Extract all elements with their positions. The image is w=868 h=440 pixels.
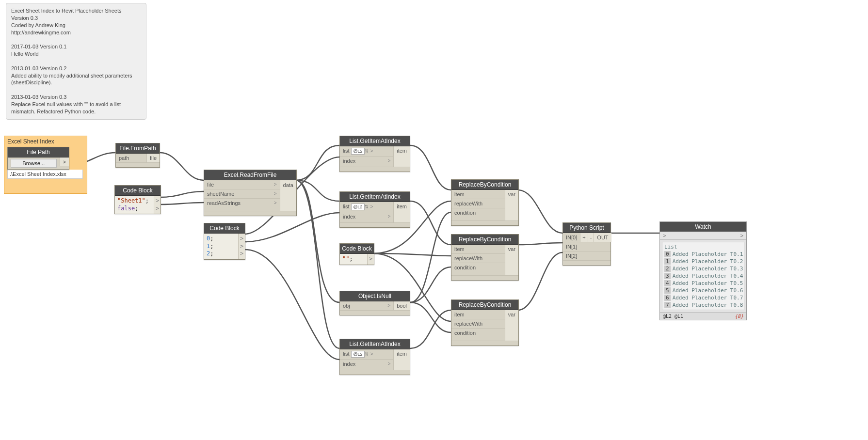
port-var[interactable]: var	[505, 190, 518, 220]
port-item[interactable]: item	[393, 202, 410, 222]
port-replacewith[interactable]: replaceWith	[451, 254, 505, 263]
watch-body: List 0Added Placeholder T0.11Added Place…	[662, 242, 744, 310]
node-isnull[interactable]: Object.IsNull obj> bool	[339, 291, 410, 315]
watch-item: 5Added Placeholder T0.6	[663, 287, 743, 294]
port-out[interactable]: OUT	[594, 233, 611, 242]
node-getitem-3[interactable]: List.GetItemAtIndex list@L2⇅> index> ite…	[339, 339, 410, 375]
watch-item: 2Added Placeholder T0.3	[663, 265, 743, 272]
port-replacewith[interactable]: replaceWith	[451, 319, 505, 329]
node-code-block-sheet[interactable]: Code Block "Sheet1";> false;>	[114, 185, 161, 214]
chevron-right-icon[interactable]: >	[238, 249, 245, 259]
note-line: Excel Sheet Index to Revit Placeholder S…	[11, 7, 141, 15]
port-condition[interactable]: condition	[451, 329, 505, 337]
port-in1[interactable]: IN[1]	[563, 242, 580, 251]
port-data[interactable]: data	[280, 180, 296, 211]
note-line: Version 0.3	[11, 15, 141, 22]
node-python-script[interactable]: Python Script IN[0] + - OUT IN[1] IN[2]	[563, 222, 611, 266]
stepper-icon[interactable]: ⇅	[365, 149, 369, 154]
chevron-right-icon: >	[387, 361, 390, 366]
port-list[interactable]: list@L2⇅>	[340, 202, 393, 212]
watch-count: {8}	[735, 314, 743, 319]
node-getitem-2[interactable]: List.GetItemAtIndex list@L2⇅> index> ite…	[339, 191, 410, 228]
browse-button-label[interactable]: Browse...	[11, 159, 57, 168]
port-file[interactable]: file	[146, 154, 160, 162]
chevron-right-icon: >	[370, 204, 373, 209]
node-file-from-path[interactable]: File.FromPath path file	[115, 143, 160, 168]
port-condition[interactable]: condition	[451, 263, 505, 272]
chevron-right-icon[interactable]: >	[660, 232, 669, 239]
port-item[interactable]: item	[393, 349, 410, 370]
port-path[interactable]: path	[116, 154, 146, 162]
port-file[interactable]: file>	[204, 180, 280, 189]
node-title: ReplaceByCondition	[451, 235, 518, 245]
node-title: Object.IsNull	[340, 291, 410, 301]
chevron-right-icon: >	[387, 158, 390, 163]
group-excel-sheet-index[interactable]: Excel Sheet Index File Path Browse... > …	[4, 136, 87, 194]
node-code-block-indices[interactable]: Code Block 0;> 1;> 2;>	[204, 223, 245, 260]
node-excel-read[interactable]: Excel.ReadFromFile file> sheetName> read…	[204, 170, 297, 216]
port-item[interactable]: item	[451, 310, 505, 319]
info-note: Excel Sheet Index to Revit Placeholder S…	[6, 3, 146, 120]
chevron-right-icon: >	[274, 191, 277, 196]
chevron-right-icon: >	[274, 182, 277, 187]
browse-button[interactable]: Browse...	[8, 157, 60, 169]
node-replace-3[interactable]: ReplaceByCondition item replaceWith cond…	[451, 299, 519, 346]
node-replace-1[interactable]: ReplaceByCondition item replaceWith cond…	[451, 179, 519, 226]
lacing-badge[interactable]: @L2	[351, 204, 364, 210]
port-in0[interactable]: IN[0]	[563, 233, 580, 242]
node-replace-2[interactable]: ReplaceByCondition item replaceWith cond…	[451, 234, 519, 281]
node-title: Code Block	[204, 223, 245, 234]
stepper-icon[interactable]: ⇅	[365, 204, 369, 209]
node-title: File.FromPath	[116, 143, 160, 154]
note-line: Coded by Andrew King	[11, 22, 141, 29]
port-var[interactable]: var	[505, 245, 518, 275]
add-input-button[interactable]: +	[580, 233, 587, 242]
remove-input-button[interactable]: -	[588, 233, 594, 242]
port-item[interactable]: item	[451, 245, 505, 254]
port-list[interactable]: list@L2⇅>	[340, 349, 393, 360]
node-title: File Path	[8, 147, 69, 157]
chevron-right-icon[interactable]: >	[738, 232, 746, 239]
port-condition[interactable]: condition	[451, 208, 505, 217]
stepper-icon[interactable]: ⇅	[365, 352, 369, 357]
port-sheetname[interactable]: sheetName>	[204, 189, 280, 199]
node-title: Python Script	[563, 223, 611, 233]
port-readasstrings[interactable]: readAsStrings>	[204, 199, 280, 207]
chevron-right-icon[interactable]: >	[154, 204, 161, 214]
note-line: 2017-01-03 Version 0.1	[11, 43, 141, 50]
port-in2[interactable]: IN[2]	[563, 251, 580, 260]
note-line: 2013-01-03 Version 0.3	[11, 94, 141, 101]
code-body[interactable]: "";>	[340, 254, 374, 265]
port-item[interactable]: item	[393, 146, 410, 167]
code-body[interactable]: "Sheet1";> false;>	[115, 196, 161, 214]
port-bool[interactable]: bool	[393, 301, 410, 310]
watch-levels: @L2 @L1	[663, 314, 683, 319]
node-file-path[interactable]: File Path Browse... >	[7, 147, 69, 170]
note-line: Hello World	[11, 50, 141, 58]
port-out[interactable]: >	[60, 157, 69, 166]
port-index[interactable]: index>	[340, 157, 393, 165]
node-getitem-1[interactable]: List.GetItemAtIndex list@L2⇅> index> ite…	[339, 136, 410, 172]
node-watch[interactable]: Watch > > List 0Added Placeholder T0.11A…	[659, 221, 747, 320]
port-obj[interactable]: obj>	[340, 301, 393, 310]
port-index[interactable]: index>	[340, 212, 393, 221]
port-var[interactable]: var	[505, 310, 518, 341]
node-title: Code Block	[340, 244, 374, 254]
chevron-right-icon: >	[387, 303, 390, 308]
lacing-badge[interactable]: @L2	[351, 351, 364, 358]
file-path-value: .\Excel Sheet Index.xlsx	[7, 170, 83, 179]
code-body[interactable]: 0;> 1;> 2;>	[204, 234, 245, 259]
lacing-badge[interactable]: @L2	[351, 148, 364, 155]
note-line: Added ability to modify additional sheet…	[11, 72, 141, 87]
chevron-right-icon: >	[370, 148, 373, 154]
watch-item: 4Added Placeholder T0.5	[663, 280, 743, 287]
port-replacewith[interactable]: replaceWith	[451, 199, 505, 208]
port-index[interactable]: index>	[340, 360, 393, 368]
node-title: Excel.ReadFromFile	[204, 170, 296, 180]
node-title: ReplaceByCondition	[451, 180, 518, 190]
chevron-right-icon[interactable]: >	[367, 254, 374, 265]
node-code-block-empty[interactable]: Code Block "";>	[339, 243, 374, 265]
watch-item: 7Added Placeholder T0.8	[663, 301, 743, 309]
port-item[interactable]: item	[451, 190, 505, 199]
port-list[interactable]: list@L2⇅>	[340, 146, 393, 157]
